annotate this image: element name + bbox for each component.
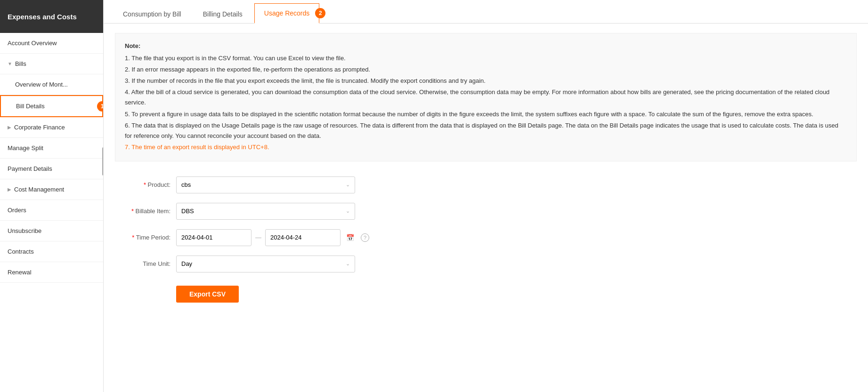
date-separator: —: [255, 234, 261, 241]
tab-usage-records[interactable]: Usage Records 2: [254, 3, 320, 24]
sidebar-item-label: Overview of Mont...: [15, 81, 68, 88]
note-item-4: 4. After the bill of a cloud service is …: [125, 87, 847, 108]
product-label-text: Product:: [148, 181, 170, 188]
billable-item-label-text: Billable Item:: [136, 208, 170, 215]
note-item-6: 6. The data that is displayed on the Usa…: [125, 120, 847, 141]
tab-label: Usage Records: [264, 9, 310, 17]
sidebar-item-label: Payment Details: [8, 165, 52, 172]
time-unit-select[interactable]: Day ⌄: [176, 256, 355, 272]
badge-1: 1: [97, 101, 103, 112]
note-item-1: 1. The file that you export is in the CS…: [125, 53, 847, 64]
date-start-value: 2024-04-01: [181, 234, 213, 241]
date-start-input[interactable]: 2024-04-01: [176, 229, 251, 246]
tab-bar: Consumption by Bill Billing Details Usag…: [104, 0, 868, 24]
sidebar-item-cost-management[interactable]: ▶ Cost Management: [0, 179, 103, 200]
required-marker2: *: [131, 208, 134, 215]
product-label: * Product:: [115, 181, 176, 188]
sidebar-item-label: Contracts: [8, 248, 34, 255]
sidebar-title: Expenses and Costs: [0, 0, 103, 33]
sidebar-item-label: Bill Details: [16, 103, 45, 110]
help-icon[interactable]: ?: [361, 233, 369, 242]
sidebar-item-label: Corporate Finance: [14, 124, 65, 131]
product-select[interactable]: cbs ⌄: [176, 176, 355, 193]
sidebar-nav: Account Overview ▼ Bills Overview of Mon…: [0, 33, 103, 392]
notes-title: Note:: [125, 41, 847, 51]
chevron-down-icon3: ⌄: [346, 261, 350, 267]
billable-item-label: * Billable Item:: [115, 208, 176, 215]
sidebar-item-bills[interactable]: ▼ Bills: [0, 54, 103, 74]
product-row: * Product: cbs ⌄: [115, 176, 857, 193]
time-unit-value: Day: [181, 260, 192, 267]
calendar-icon[interactable]: 📅: [346, 234, 354, 241]
sidebar-item-bill-details[interactable]: Bill Details 1: [0, 95, 103, 117]
sidebar-item-label: Renewal: [8, 269, 32, 276]
notes-section: Note: 1. The file that you export is in …: [115, 33, 857, 161]
time-period-label-text: Time Period:: [136, 234, 170, 241]
badge-2: 2: [315, 8, 325, 18]
note-item-2: 2. If an error message appears in the ex…: [125, 64, 847, 75]
sidebar-item-corporate-finance[interactable]: ▶ Corporate Finance: [0, 117, 103, 138]
note-item-5: 5. To prevent a figure in usage data fai…: [125, 109, 847, 120]
tab-consumption-by-bill[interactable]: Consumption by Bill: [113, 4, 191, 24]
chevron-down-icon2: ⌄: [346, 208, 350, 214]
export-csv-button[interactable]: Export CSV: [176, 286, 239, 303]
sidebar-item-overview-of-mont[interactable]: Overview of Mont...: [0, 74, 103, 95]
chevron-right-icon2: ▶: [8, 187, 11, 192]
required-marker3: *: [132, 234, 134, 241]
sidebar-item-contracts[interactable]: Contracts: [0, 241, 103, 262]
sidebar-item-label: Manage Split: [8, 144, 43, 152]
form-section: * Product: cbs ⌄ * Billable Item: DBS ⌄: [115, 173, 857, 306]
time-period-inputs: 2024-04-01 — 2024-04-24 📅 ?: [176, 229, 369, 246]
content-area: Note: 1. The file that you export is in …: [104, 24, 868, 392]
billable-item-select[interactable]: DBS ⌄: [176, 203, 355, 220]
product-value: cbs: [181, 181, 191, 188]
note-item-7: 7. The time of an export result is displ…: [125, 142, 847, 152]
sidebar-item-label: Bills: [15, 60, 26, 67]
date-end-input[interactable]: 2024-04-24: [265, 229, 341, 246]
sidebar-item-label: Account Overview: [8, 40, 57, 47]
sidebar-item-orders[interactable]: Orders: [0, 200, 103, 221]
chevron-right-icon: ▶: [8, 125, 11, 130]
tab-label: Consumption by Bill: [123, 10, 181, 18]
billable-item-value: DBS: [181, 208, 194, 215]
time-period-row: * Time Period: 2024-04-01 — 2024-04-24 📅…: [115, 229, 857, 246]
tab-label: Billing Details: [203, 10, 243, 18]
main-content: Consumption by Bill Billing Details Usag…: [104, 0, 868, 392]
time-unit-row: Time Unit: Day ⌄: [115, 256, 857, 272]
sidebar: Expenses and Costs Account Overview ▼ Bi…: [0, 0, 104, 392]
date-end-value: 2024-04-24: [270, 234, 302, 241]
sidebar-item-manage-split[interactable]: Manage Split: [0, 138, 103, 159]
chevron-down-icon: ⌄: [346, 182, 350, 188]
required-marker: *: [144, 181, 146, 188]
sidebar-item-label: Unsubscribe: [8, 227, 41, 234]
time-period-label: * Time Period:: [115, 234, 176, 241]
sidebar-item-label: Cost Management: [14, 186, 64, 193]
note-item-3: 3. If the number of records in the file …: [125, 76, 847, 86]
sidebar-item-account-overview[interactable]: Account Overview: [0, 33, 103, 54]
sidebar-item-label: Orders: [8, 207, 26, 214]
sidebar-item-payment-details[interactable]: Payment Details: [0, 159, 103, 179]
tab-billing-details[interactable]: Billing Details: [193, 4, 252, 24]
billable-item-row: * Billable Item: DBS ⌄: [115, 203, 857, 220]
time-unit-label-text: Time Unit:: [143, 260, 170, 267]
chevron-down-icon: ▼: [8, 61, 12, 66]
sidebar-item-renewal[interactable]: Renewal: [0, 262, 103, 283]
sidebar-item-unsubscribe[interactable]: Unsubscribe: [0, 221, 103, 241]
time-unit-label: Time Unit:: [115, 260, 176, 267]
